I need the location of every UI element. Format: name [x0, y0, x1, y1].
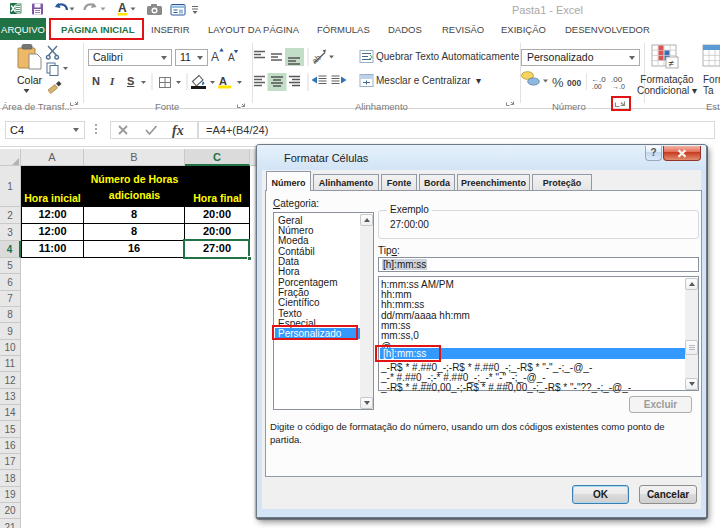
svg-text:A: A	[228, 52, 235, 63]
svg-text:fx: fx	[172, 123, 184, 138]
svg-text:→.0: →.0	[612, 83, 625, 90]
svg-text:≠: ≠	[669, 58, 675, 69]
svg-text:A: A	[219, 75, 227, 87]
svg-text:.00: .00	[592, 83, 602, 90]
svg-text:000: 000	[567, 78, 581, 88]
svg-text:A: A	[211, 50, 219, 64]
svg-text:ab: ab	[310, 53, 323, 66]
svg-text:A: A	[118, 1, 127, 15]
svg-text:%: %	[552, 75, 564, 90]
